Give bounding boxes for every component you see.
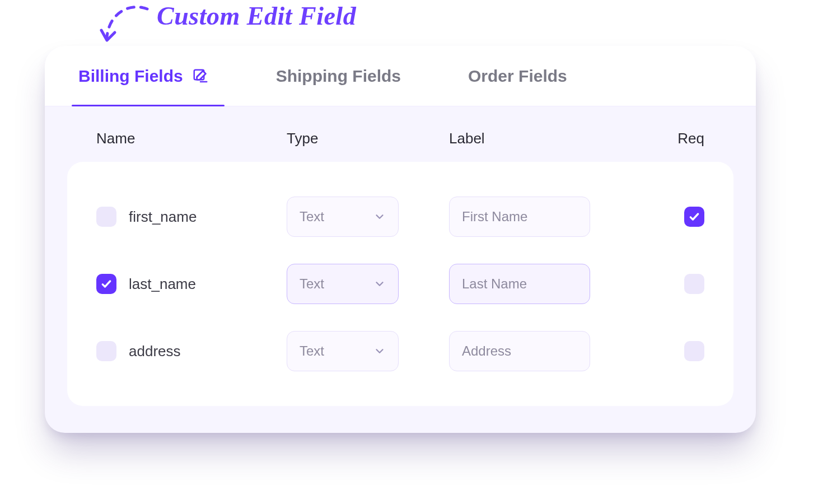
field-name: address (129, 343, 181, 360)
tabs-bar: Billing Fields Shipping Fields Order Fie… (45, 46, 756, 106)
tab-shipping-fields[interactable]: Shipping Fields (276, 46, 401, 106)
col-name: Name (96, 130, 287, 147)
chevron-down-icon (373, 345, 386, 357)
tab-billing-fields[interactable]: Billing Fields (78, 46, 209, 106)
col-label: Label (449, 130, 656, 147)
required-checkbox[interactable] (684, 341, 704, 361)
type-select[interactable]: Text (287, 331, 399, 371)
chevron-down-icon (373, 211, 386, 223)
row-select-checkbox[interactable] (96, 341, 116, 361)
row-select-checkbox[interactable] (96, 274, 116, 294)
table-row: last_name Text (96, 250, 704, 318)
label-input[interactable] (449, 264, 590, 304)
tab-order-fields[interactable]: Order Fields (468, 46, 567, 106)
tab-label: Shipping Fields (276, 67, 401, 86)
type-select-value: Text (300, 343, 324, 359)
handwritten-annotation: Custom Edit Field (157, 1, 356, 31)
fields-panel: Billing Fields Shipping Fields Order Fie… (45, 46, 756, 433)
tab-label: Billing Fields (78, 67, 183, 86)
rows-container: first_name Text (67, 162, 733, 406)
table-row: first_name Text (96, 183, 704, 250)
type-select[interactable]: Text (287, 264, 399, 304)
row-select-checkbox[interactable] (96, 207, 116, 227)
type-select-value: Text (300, 276, 324, 292)
table-row: address Text (96, 318, 704, 385)
chevron-down-icon (373, 278, 386, 290)
edit-icon (192, 68, 209, 85)
type-select-value: Text (300, 209, 324, 225)
tab-label: Order Fields (468, 67, 567, 86)
type-select[interactable]: Text (287, 197, 399, 237)
field-name: last_name (129, 276, 196, 293)
label-input[interactable] (449, 331, 590, 371)
column-headers: Name Type Label Req (45, 106, 756, 162)
col-req: Req (656, 130, 704, 147)
required-checkbox[interactable] (684, 274, 704, 294)
label-input[interactable] (449, 197, 590, 237)
field-name: first_name (129, 208, 197, 226)
col-type: Type (287, 130, 449, 147)
annotation-arrow-icon (98, 3, 154, 48)
required-checkbox[interactable] (684, 207, 704, 227)
